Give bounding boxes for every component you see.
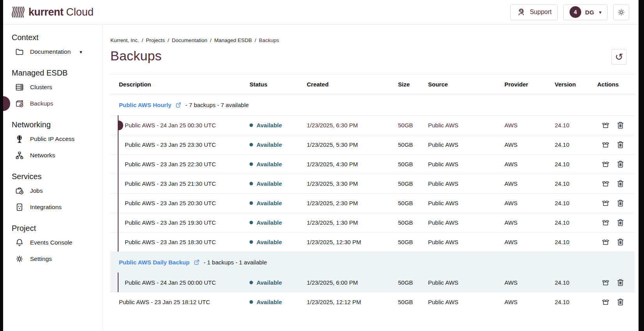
delete-backup-button[interactable] — [616, 218, 625, 227]
clusters-icon — [15, 83, 24, 92]
cell-created: 1/23/2025, 5:30 PM — [307, 141, 398, 148]
support-icon — [517, 7, 526, 17]
status-label: Available — [257, 180, 282, 187]
cell-description: Public AWS - 24 Jan 25 00:00 UTC — [110, 279, 249, 286]
table-row[interactable]: Public AWS - 23 Jan 25 20:30 UTC Availab… — [110, 193, 635, 213]
column-header-actions: Actions — [597, 81, 635, 88]
status-dot — [249, 182, 253, 185]
restore-backup-button[interactable] — [601, 140, 610, 150]
restore-backup-button[interactable] — [601, 199, 610, 208]
cell-source: Public AWS — [428, 141, 504, 148]
cell-description: Public AWS - 24 Jan 25 00:30 UTC — [110, 122, 249, 129]
sidebar-item-label: Events Console — [30, 239, 73, 246]
sidebar-heading: Context — [3, 33, 103, 44]
restore-icon — [601, 140, 610, 149]
sidebar-item-jobs[interactable]: Jobs — [3, 183, 103, 199]
user-initials: DG — [585, 9, 594, 16]
cell-size: 50GB — [398, 141, 428, 148]
folder-icon — [15, 47, 24, 56]
cell-version: 24.10 — [555, 180, 597, 187]
breadcrumb-managed-esdb[interactable]: Managed ESDB — [214, 37, 252, 43]
sidebar-item-clusters[interactable]: Clusters — [3, 79, 103, 95]
status-label: Available — [257, 219, 282, 226]
delete-backup-button[interactable] — [616, 199, 625, 208]
delete-backup-button[interactable] — [616, 160, 625, 169]
table-row[interactable]: Public AWS - 23 Jan 25 18:30 UTC Availab… — [110, 232, 635, 252]
delete-backup-button[interactable] — [616, 238, 625, 247]
cell-provider: AWS — [504, 141, 555, 148]
table-row[interactable]: Public AWS - 23 Jan 25 19:30 UTC Availab… — [110, 213, 635, 232]
support-label: Support — [530, 9, 552, 16]
restore-backup-button[interactable] — [601, 179, 610, 188]
cell-version: 24.10 — [555, 279, 597, 286]
table-row[interactable]: Public AWS - 24 Jan 25 00:00 UTC Availab… — [110, 273, 635, 292]
status-label: Available — [257, 161, 282, 167]
delete-backup-button[interactable] — [616, 179, 625, 188]
delete-backup-button[interactable] — [616, 278, 625, 287]
refresh-button[interactable]: ↺ — [611, 49, 627, 65]
delete-icon — [616, 238, 625, 246]
cell-created: 1/23/2025, 1:30 PM — [307, 219, 398, 226]
cell-created: 1/23/2025, 4:30 PM — [307, 161, 398, 167]
chevron-down-icon: ▾ — [599, 9, 602, 15]
delete-backup-button[interactable] — [616, 140, 625, 150]
sidebar-item-networks[interactable]: Networks — [3, 147, 103, 164]
sidebar-heading: Networking — [3, 120, 103, 131]
restore-icon — [601, 218, 610, 227]
restore-backup-button[interactable] — [601, 278, 610, 287]
group-link-public-aws-daily-backup[interactable]: Public AWS Daily Backup — [119, 259, 189, 266]
sidebar-item-integrations[interactable]: Integrations — [3, 199, 103, 215]
table-row[interactable]: Public AWS - 23 Jan 25 22:30 UTC Availab… — [110, 154, 635, 174]
column-header-description: Description — [110, 81, 249, 88]
table-row[interactable]: Public AWS - 23 Jan 25 21:30 UTC Availab… — [110, 174, 635, 193]
sidebar-item-documentation[interactable]: Documentation ▾ — [3, 44, 103, 60]
cell-actions — [597, 278, 635, 287]
sidebar-item-backups[interactable]: Backups — [3, 95, 103, 112]
cell-description: Public AWS - 23 Jan 25 21:30 UTC — [110, 180, 249, 187]
restore-backup-button[interactable] — [601, 238, 610, 247]
table-row[interactable]: Public AWS - 23 Jan 25 18:12 UTC Availab… — [110, 292, 635, 312]
breadcrumb-documentation[interactable]: Documentation — [172, 37, 207, 43]
cell-actions — [597, 218, 635, 227]
user-menu-button[interactable]: 4 DG ▾ — [563, 4, 608, 20]
group-summary: - 7 backups - 7 available — [185, 102, 249, 108]
sidebar-item-public-ip-access[interactable]: Public IP Access — [3, 131, 103, 147]
restore-backup-button[interactable] — [601, 121, 610, 130]
cell-actions — [597, 160, 635, 169]
group-link-public-aws-hourly[interactable]: Public AWS Hourly — [119, 102, 171, 108]
breadcrumb-kurrent-inc[interactable]: Kurrent, Inc. — [110, 37, 139, 43]
sidebar-item-settings[interactable]: Settings — [3, 251, 103, 267]
sidebar-section-project: Project Events Console Settings — [3, 224, 103, 267]
support-button[interactable]: Support — [510, 4, 558, 20]
restore-backup-button[interactable] — [601, 298, 610, 307]
status-label: Available — [257, 239, 282, 245]
delete-backup-button[interactable] — [616, 298, 625, 307]
theme-toggle-button[interactable] — [613, 4, 629, 20]
delete-backup-button[interactable] — [616, 121, 625, 130]
cell-status: Available — [249, 239, 307, 245]
breadcrumb-projects[interactable]: Projects — [146, 37, 165, 43]
table-row[interactable]: Public AWS - 23 Jan 25 23:30 UTC Availab… — [110, 135, 635, 154]
content-area: Kurrent, Inc./Projects/Documentation/Man… — [103, 25, 639, 331]
cell-status: Available — [249, 279, 307, 286]
cell-size: 50GB — [398, 279, 428, 286]
cell-version: 24.10 — [555, 219, 597, 226]
breadcrumb-separator: / — [210, 37, 212, 43]
kurrent-cloud-logo[interactable]: kurrent Cloud — [12, 6, 94, 18]
restore-backup-button[interactable] — [601, 218, 610, 227]
sidebar-item-events-console[interactable]: Events Console — [3, 234, 103, 251]
status-dot — [249, 162, 253, 166]
cell-status: Available — [249, 161, 307, 167]
cell-created: 1/23/2025, 12:30 PM — [307, 239, 398, 245]
table-row[interactable]: Public AWS - 24 Jan 25 00:30 UTC Availab… — [110, 115, 635, 135]
breadcrumb-separator: / — [142, 37, 143, 43]
delete-icon — [616, 140, 625, 149]
cell-provider: AWS — [504, 239, 555, 245]
restore-icon — [601, 121, 610, 130]
restore-backup-button[interactable] — [601, 160, 610, 169]
cell-source: Public AWS — [428, 180, 504, 187]
sidebar-item-label: Settings — [30, 255, 52, 262]
app-window: kurrent Cloud Support 4 DG ▾ — [3, 0, 639, 331]
cell-created: 1/23/2025, 3:30 PM — [307, 180, 398, 187]
bell-icon — [15, 238, 24, 247]
